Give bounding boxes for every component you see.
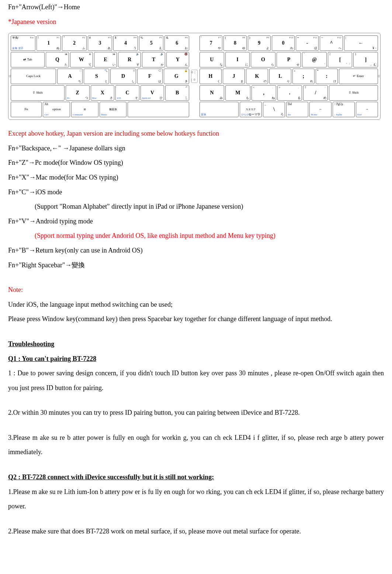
keyboard-key: `@゛: [302, 52, 327, 67]
ios-sub-note: (Support "Roman Alphabet" directly input…: [8, 199, 384, 214]
note-line-2: Please press Window key(command key) the…: [8, 312, 384, 327]
troubleshooting-heading: Troubleshooting: [8, 337, 384, 352]
hotkeys-heading: Except above hotkey, Japan version are i…: [8, 126, 384, 141]
hotkey-line: Fn+"C"→iOS mode: [8, 185, 384, 200]
keyboard-key: (F88ゆ: [223, 35, 246, 51]
keyboard-diagram: 0 半角/Esc全角 漢字!F11ぬ"F22ふ#F33あ$F44う%F55え&F…: [8, 33, 381, 120]
q1-answer-3: 3.Please m ake su re b atter power is fu…: [8, 431, 384, 460]
keyboard-key: 無変換Menu: [100, 102, 127, 117]
q1-answer-2: 2.Or within 30 minutes you can try to pr…: [8, 406, 384, 420]
keyboard-key: AltoptionCtrl: [43, 102, 70, 117]
keyboard-key: $F44う: [113, 35, 138, 51]
keyboard-key: DelIns: [286, 102, 308, 117]
keyboard-key: Jま: [223, 69, 245, 84]
q1-answer-1: 1 : Due to power saving design concern, …: [8, 366, 384, 395]
keyboard-key: |←¥ −: [344, 35, 378, 51]
hinge-label: 0 | | 0: [191, 70, 198, 83]
hotkey-b: Fn+"B"→Return key(only can use in Androi…: [8, 243, 384, 258]
keyboard-key: Kの: [246, 69, 268, 84]
keyboard-key: ⇧ Shift: [329, 85, 378, 101]
keyboard-key: ↑ PgUp↓ PgDn: [333, 102, 355, 117]
q2-answer-1: 1.Please m ake su re Lith ium-Ion b atte…: [8, 485, 384, 514]
hotkey-android: Fn+"V"→Android typing mode: [8, 214, 384, 229]
keyboard-key: Fn: [11, 102, 42, 117]
keyboard-key: 🔇Yん: [166, 52, 189, 67]
hotkey-spacebar: Fn+"Right Spacebar"→變換: [8, 258, 384, 273]
keyboard-row: HくJまKのLり+;れ*:け↵ Enter: [200, 69, 378, 84]
keyboard-key: □Aち: [57, 69, 83, 84]
arrow-icon: →: [29, 174, 36, 181]
keyboard-key: Hく: [200, 69, 222, 84]
keyboard-key: *:け: [316, 69, 338, 84]
arrow-icon: →: [29, 247, 35, 254]
keyboard-key: Caps Lock: [11, 69, 56, 84]
keyboard-key: "F22ふ: [62, 35, 87, 51]
keyboard-key: =F11-ほ: [296, 35, 319, 51]
keyboard-key: ⇧ Shift: [11, 85, 65, 101]
arrow-icon: →: [57, 3, 64, 11]
keyboard-key: Iに: [225, 52, 250, 67]
keyboard-row: NみMも<、,ね>。.る?・/め⇧ Shift: [200, 85, 378, 101]
keyboard-row: 変換カタカナひらがなローマ字_\ろDelIns←Home↑ PgUp↓ PgDn…: [200, 102, 378, 117]
keyboard-key: 🖵Fは: [137, 69, 163, 84]
keyboard-key: ↶Bこ: [165, 85, 189, 101]
hotkey-line: Fn+"Backspace,←" →Japanese dollars sign: [8, 141, 384, 156]
keyboard-key: 半角/Esc全角 漢字: [11, 35, 35, 51]
arrow-icon: →: [63, 145, 69, 152]
keyboard-key: ←Home: [309, 102, 332, 117]
keyboard-key: [128, 102, 189, 117]
keyboard-key: F100わ: [272, 35, 295, 51]
keyboard-row: FnAltoptionCtrl⊞command無変換Menu: [11, 102, 189, 117]
q2-answer-2: 2.Please make sure that does BT-7228 wor…: [8, 524, 384, 539]
keyboard-key: )F99よ: [248, 35, 271, 51]
keyboard-key: _\ろ: [263, 102, 285, 117]
keyboard-key: ZPcつ: [66, 85, 90, 101]
keyboard-key: Oら: [251, 52, 275, 67]
keyboard-row: ⇄ Tab⏮Qた⏯Wて⏭Eい🔉Rす🔊Tか🔇Yん: [11, 52, 189, 67]
intro-line-1: Fn+"Arrow(Left)"→Home: [8, 0, 384, 15]
hotkey-line: Fn+"X"→Mac mode(for Mac OS typing): [8, 170, 384, 185]
keyboard-row: Caps Lock□Aち🔍Sと⎙Dし🖵Fは🔒Gき: [11, 69, 189, 84]
keyboard-row: 'F77や(F88ゆ)F99よF100わ=F11-ほ~F12^へ|←¥ −: [200, 35, 378, 51]
arrow-icon: →: [28, 159, 35, 166]
keyboard-right-half: 0 'F77や(F88ゆ)F99よF100わ=F11-ほ~F12^へ|←¥ −U…: [199, 35, 379, 118]
keyboard-left-half: 0 半角/Esc全角 漢字!F11ぬ"F22ふ#F33あ$F44う%F55え&F…: [10, 35, 190, 118]
keyboard-key: ⇄ Tab: [11, 52, 45, 67]
intro-line-1-prefix: Fn+"Arrow(Left)": [8, 3, 57, 11]
keyboard-key: CiOSそ: [115, 85, 139, 101]
right-edge-marker: 0: [378, 72, 380, 80]
intro-line-1-suffix: Home: [64, 3, 80, 11]
keyboard-key: 'F77や: [200, 35, 222, 51]
keyboard-key: Uな: [200, 52, 224, 67]
q1-title: Q1 : You can't pairing BT-7228: [8, 352, 384, 366]
keyboard-key: Pせ: [277, 52, 301, 67]
q2-title: Q2 : BT-7228 connect with iDevice succes…: [8, 470, 384, 485]
keyboard-key: <、,ね: [251, 85, 276, 101]
note-line-1: Under iOS, the language input method swi…: [8, 298, 384, 312]
keyboard-key: ⎙Dし: [110, 69, 136, 84]
keyboard-key: ⏭Eい: [94, 52, 117, 67]
keyboard-key: ⏯Wて: [70, 52, 93, 67]
note-heading: Note:: [8, 283, 384, 298]
keyboard-key: ~F12^へ: [320, 35, 343, 51]
arrow-icon: →: [65, 261, 72, 269]
keyboard-key: ↵ Enter: [339, 69, 378, 84]
keyboard-key: VAndroidひ: [141, 85, 164, 101]
keyboard-key: ?・/め: [303, 85, 328, 101]
keyboard-key: #F33あ: [88, 35, 112, 51]
keyboard-row: UなIにOらPせ`@゛{[゜ 「}]」 む: [200, 52, 378, 67]
keyboard-key: Nみ: [200, 85, 224, 101]
keyboard-key: Lり: [269, 69, 291, 84]
japanese-version-label: *Japanese version: [8, 15, 384, 29]
keyboard-key: >。.る: [277, 85, 302, 101]
keyboard-key: 変換: [200, 102, 239, 117]
keyboard-key: カタカナひらがなローマ字: [240, 102, 262, 117]
arrow-icon: →: [29, 188, 35, 196]
keyboard-key: ⏮Qた: [46, 52, 69, 67]
keyboard-key: 🔊Tか: [142, 52, 165, 67]
hotkey-line: Fn+"Z"→Pc mode(for Window OS typing): [8, 156, 384, 170]
keyboard-key: %F55え: [139, 35, 164, 51]
keyboard-key: {[゜ 「: [328, 52, 353, 67]
keyboard-hinge: 0 | | 0: [190, 35, 199, 118]
keyboard-key: }]」 む: [353, 52, 378, 67]
